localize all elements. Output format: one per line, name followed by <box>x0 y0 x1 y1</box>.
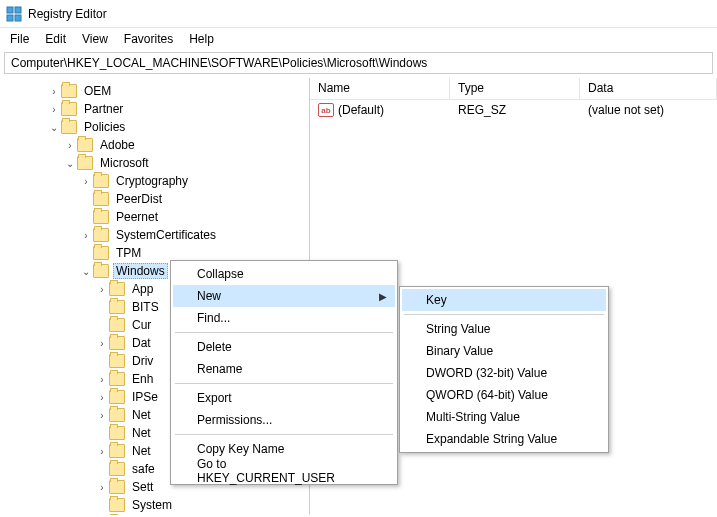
tree-item[interactable]: ›SystemCertificates <box>0 226 309 244</box>
menu-item-label: Find... <box>197 311 230 325</box>
context-menu: CollapseNew▶Find...DeleteRenameExportPer… <box>170 260 398 485</box>
menu-item[interactable]: Find... <box>173 307 395 329</box>
chevron-right-icon[interactable]: › <box>64 140 76 151</box>
svg-rect-1 <box>15 7 21 13</box>
value-data: (value not set) <box>580 101 717 119</box>
col-type[interactable]: Type <box>450 78 580 99</box>
tree-item-label: Sett <box>129 479 156 495</box>
address-bar[interactable]: Computer\HKEY_LOCAL_MACHINE\SOFTWARE\Pol… <box>4 52 713 74</box>
tree-item[interactable]: Peernet <box>0 208 309 226</box>
chevron-right-icon[interactable]: › <box>96 374 108 385</box>
chevron-right-icon[interactable]: › <box>96 482 108 493</box>
tree-item[interactable]: ⌄Policies <box>0 118 309 136</box>
menu-item[interactable]: Rename <box>173 358 395 380</box>
folder-icon <box>61 102 77 116</box>
menu-item[interactable]: String Value <box>402 318 606 340</box>
chevron-right-icon[interactable]: › <box>96 284 108 295</box>
tree-item-label: safe <box>129 461 158 477</box>
chevron-down-icon[interactable]: ⌄ <box>80 266 92 277</box>
tree-item-label: SystemCertificates <box>113 227 219 243</box>
menu-item-label: Multi-String Value <box>426 410 520 424</box>
menu-view[interactable]: View <box>74 30 116 48</box>
folder-icon <box>93 210 109 224</box>
chevron-right-icon[interactable]: › <box>96 392 108 403</box>
folder-icon <box>93 228 109 242</box>
tree-item[interactable]: ⌄Microsoft <box>0 154 309 172</box>
chevron-right-icon[interactable]: › <box>48 86 60 97</box>
chevron-right-icon[interactable]: › <box>96 410 108 421</box>
regedit-icon <box>6 6 22 22</box>
tree-item-label: System <box>129 497 175 513</box>
tree-item[interactable]: ›Cryptography <box>0 172 309 190</box>
value-type: REG_SZ <box>450 101 580 119</box>
folder-icon <box>109 498 125 512</box>
chevron-right-icon[interactable]: › <box>96 446 108 457</box>
tree-item-label: Enh <box>129 371 156 387</box>
svg-rect-0 <box>7 7 13 13</box>
menu-item[interactable]: New▶ <box>173 285 395 307</box>
tree-item-label: Adobe <box>97 137 138 153</box>
menu-edit[interactable]: Edit <box>37 30 74 48</box>
tree-item-label: Partner <box>81 101 126 117</box>
folder-icon <box>109 282 125 296</box>
folder-icon <box>109 336 125 350</box>
menu-item[interactable]: Export <box>173 387 395 409</box>
menu-file[interactable]: File <box>2 30 37 48</box>
tree-item[interactable]: PeerDist <box>0 190 309 208</box>
menu-help[interactable]: Help <box>181 30 222 48</box>
tree-item-label: Microsoft <box>97 155 152 171</box>
tree-item-label: IPSe <box>129 389 161 405</box>
chevron-right-icon[interactable]: › <box>80 176 92 187</box>
menu-item[interactable]: Expandable String Value <box>402 428 606 450</box>
menu-item[interactable]: Permissions... <box>173 409 395 431</box>
tree-item[interactable]: ›OEM <box>0 82 309 100</box>
menu-item[interactable]: Binary Value <box>402 340 606 362</box>
folder-icon <box>93 174 109 188</box>
col-data[interactable]: Data <box>580 78 717 99</box>
menu-separator <box>175 434 393 435</box>
tree-item[interactable]: ›Partner <box>0 100 309 118</box>
folder-icon <box>109 390 125 404</box>
tree-item-label: Policies <box>81 119 128 135</box>
col-name[interactable]: Name <box>310 78 450 99</box>
menu-item[interactable]: Multi-String Value <box>402 406 606 428</box>
tree-item-label: OEM <box>81 83 114 99</box>
chevron-right-icon[interactable]: › <box>96 338 108 349</box>
chevron-down-icon[interactable]: ⌄ <box>48 122 60 133</box>
chevron-down-icon[interactable]: ⌄ <box>64 158 76 169</box>
menu-item[interactable]: Key <box>402 289 606 311</box>
string-value-icon: ab <box>318 103 334 117</box>
tree-item[interactable]: System <box>0 496 309 514</box>
chevron-right-icon[interactable]: › <box>48 104 60 115</box>
menu-item-label: QWORD (64-bit) Value <box>426 388 548 402</box>
chevron-right-icon[interactable]: › <box>80 230 92 241</box>
tree-item-label: TPM <box>113 245 144 261</box>
menu-bar: File Edit View Favorites Help <box>0 28 717 50</box>
tree-item-label: BITS <box>129 299 162 315</box>
folder-icon <box>109 462 125 476</box>
svg-rect-3 <box>15 15 21 21</box>
list-row[interactable]: ab(Default)REG_SZ(value not set) <box>310 100 717 120</box>
menu-favorites[interactable]: Favorites <box>116 30 181 48</box>
folder-icon <box>61 84 77 98</box>
title-bar: Registry Editor <box>0 0 717 28</box>
tree-item[interactable]: ›Adobe <box>0 136 309 154</box>
menu-item-label: Permissions... <box>197 413 272 427</box>
menu-item[interactable]: Go to HKEY_CURRENT_USER <box>173 460 395 482</box>
folder-icon <box>109 426 125 440</box>
menu-item[interactable]: DWORD (32-bit) Value <box>402 362 606 384</box>
folder-icon <box>109 300 125 314</box>
tree-item-label: App <box>129 281 156 297</box>
value-name: (Default) <box>338 103 384 117</box>
menu-item[interactable]: Collapse <box>173 263 395 285</box>
menu-item-label: Collapse <box>197 267 244 281</box>
menu-item-label: New <box>197 289 221 303</box>
tree-item[interactable]: ›WcmSvc <box>0 514 309 515</box>
menu-item[interactable]: QWORD (64-bit) Value <box>402 384 606 406</box>
menu-item[interactable]: Delete <box>173 336 395 358</box>
tree-item-label: Net <box>129 425 154 441</box>
menu-item-label: DWORD (32-bit) Value <box>426 366 547 380</box>
window-title: Registry Editor <box>28 7 107 21</box>
list-header: Name Type Data <box>310 78 717 100</box>
folder-icon <box>109 318 125 332</box>
